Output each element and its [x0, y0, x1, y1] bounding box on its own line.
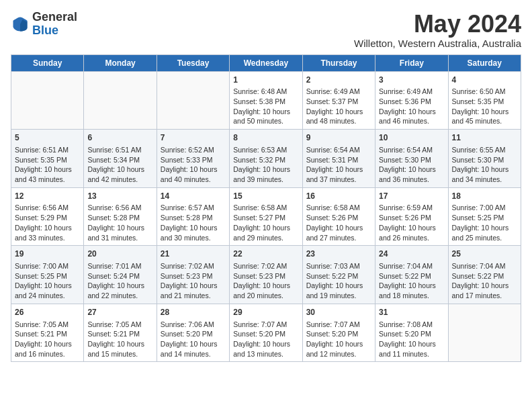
calendar-week-3: 12Sunrise: 6:56 AM Sunset: 5:29 PM Dayli… — [11, 187, 521, 246]
weekday-header-thursday: Thursday — [302, 54, 375, 71]
calendar-cell: 23Sunrise: 7:03 AM Sunset: 5:22 PM Dayli… — [302, 246, 375, 304]
day-number: 16 — [306, 191, 371, 202]
calendar-header: SundayMondayTuesdayWednesdayThursdayFrid… — [11, 54, 521, 71]
day-number: 22 — [233, 248, 298, 260]
day-number: 15 — [233, 191, 298, 202]
logo-icon — [11, 15, 30, 34]
day-number: 29 — [233, 307, 298, 318]
day-info: Sunrise: 7:00 AM Sunset: 5:25 PM Dayligh… — [452, 203, 517, 242]
day-info: Sunrise: 7:02 AM Sunset: 5:23 PM Dayligh… — [161, 261, 226, 301]
day-number: 1 — [233, 75, 298, 86]
calendar-cell: 22Sunrise: 7:02 AM Sunset: 5:23 PM Dayli… — [230, 246, 302, 304]
calendar-cell: 30Sunrise: 7:07 AM Sunset: 5:20 PM Dayli… — [302, 304, 375, 362]
day-info: Sunrise: 6:56 AM Sunset: 5:28 PM Dayligh… — [87, 203, 152, 242]
calendar-cell: 6Sunrise: 6:51 AM Sunset: 5:34 PM Daylig… — [84, 130, 157, 188]
day-number: 4 — [452, 75, 517, 86]
day-info: Sunrise: 7:04 AM Sunset: 5:22 PM Dayligh… — [452, 261, 517, 301]
day-number: 13 — [87, 191, 152, 202]
calendar-cell: 16Sunrise: 6:58 AM Sunset: 5:26 PM Dayli… — [302, 187, 375, 246]
calendar-cell: 8Sunrise: 6:53 AM Sunset: 5:32 PM Daylig… — [230, 130, 302, 188]
calendar-body: 1Sunrise: 6:48 AM Sunset: 5:38 PM Daylig… — [11, 71, 521, 362]
title-area: May 2024 Willetton, Western Australia, A… — [354, 11, 521, 49]
day-number: 30 — [306, 307, 371, 318]
calendar-cell: 24Sunrise: 7:04 AM Sunset: 5:22 PM Dayli… — [375, 246, 448, 304]
calendar-cell: 3Sunrise: 6:49 AM Sunset: 5:36 PM Daylig… — [375, 71, 448, 130]
day-info: Sunrise: 7:07 AM Sunset: 5:20 PM Dayligh… — [306, 320, 371, 359]
calendar-week-4: 19Sunrise: 7:00 AM Sunset: 5:25 PM Dayli… — [11, 246, 521, 304]
calendar-cell: 2Sunrise: 6:49 AM Sunset: 5:37 PM Daylig… — [302, 71, 375, 130]
calendar-cell: 10Sunrise: 6:54 AM Sunset: 5:30 PM Dayli… — [375, 130, 448, 188]
day-info: Sunrise: 6:49 AM Sunset: 5:37 PM Dayligh… — [306, 87, 371, 126]
calendar-cell — [448, 304, 521, 362]
day-info: Sunrise: 6:58 AM Sunset: 5:26 PM Dayligh… — [306, 203, 371, 242]
day-info: Sunrise: 6:51 AM Sunset: 5:35 PM Dayligh… — [15, 145, 80, 185]
day-number: 28 — [161, 307, 226, 318]
calendar-cell: 7Sunrise: 6:52 AM Sunset: 5:33 PM Daylig… — [157, 130, 229, 188]
month-title: May 2024 — [354, 11, 521, 38]
calendar-cell: 19Sunrise: 7:00 AM Sunset: 5:25 PM Dayli… — [11, 246, 84, 304]
calendar-week-1: 1Sunrise: 6:48 AM Sunset: 5:38 PM Daylig… — [11, 71, 521, 130]
weekday-header-wednesday: Wednesday — [230, 54, 302, 71]
day-number: 19 — [15, 248, 80, 260]
calendar-cell: 13Sunrise: 6:56 AM Sunset: 5:28 PM Dayli… — [84, 187, 157, 246]
day-number: 20 — [87, 248, 152, 260]
day-info: Sunrise: 7:08 AM Sunset: 5:20 PM Dayligh… — [379, 320, 444, 359]
logo-blue-text: Blue — [32, 24, 58, 37]
day-number: 11 — [452, 132, 517, 144]
day-number: 5 — [15, 132, 80, 144]
day-number: 17 — [379, 191, 444, 202]
day-info: Sunrise: 7:01 AM Sunset: 5:24 PM Dayligh… — [87, 261, 152, 301]
calendar-cell: 27Sunrise: 7:05 AM Sunset: 5:21 PM Dayli… — [84, 304, 157, 362]
calendar-cell — [11, 71, 84, 130]
day-number: 23 — [306, 248, 371, 260]
day-info: Sunrise: 6:51 AM Sunset: 5:34 PM Dayligh… — [87, 145, 152, 185]
calendar-cell: 11Sunrise: 6:55 AM Sunset: 5:30 PM Dayli… — [448, 130, 521, 188]
calendar-cell: 20Sunrise: 7:01 AM Sunset: 5:24 PM Dayli… — [84, 246, 157, 304]
day-number: 8 — [233, 132, 298, 144]
calendar-cell: 9Sunrise: 6:54 AM Sunset: 5:31 PM Daylig… — [302, 130, 375, 188]
day-number: 21 — [161, 248, 226, 260]
day-number: 7 — [161, 132, 226, 144]
day-info: Sunrise: 6:55 AM Sunset: 5:30 PM Dayligh… — [452, 145, 517, 185]
calendar-cell: 28Sunrise: 7:06 AM Sunset: 5:20 PM Dayli… — [157, 304, 229, 362]
day-info: Sunrise: 6:53 AM Sunset: 5:32 PM Dayligh… — [233, 145, 298, 185]
day-info: Sunrise: 7:05 AM Sunset: 5:21 PM Dayligh… — [15, 320, 80, 359]
calendar-cell: 17Sunrise: 6:59 AM Sunset: 5:26 PM Dayli… — [375, 187, 448, 246]
day-number: 26 — [15, 307, 80, 318]
day-info: Sunrise: 6:50 AM Sunset: 5:35 PM Dayligh… — [452, 87, 517, 126]
day-info: Sunrise: 7:06 AM Sunset: 5:20 PM Dayligh… — [161, 320, 226, 359]
weekday-header-tuesday: Tuesday — [157, 54, 229, 71]
day-number: 12 — [15, 191, 80, 202]
calendar-cell: 5Sunrise: 6:51 AM Sunset: 5:35 PM Daylig… — [11, 130, 84, 188]
day-info: Sunrise: 6:54 AM Sunset: 5:30 PM Dayligh… — [379, 145, 444, 185]
weekday-header-friday: Friday — [375, 54, 448, 71]
day-number: 14 — [161, 191, 226, 202]
calendar-week-2: 5Sunrise: 6:51 AM Sunset: 5:35 PM Daylig… — [11, 130, 521, 188]
calendar-cell — [84, 71, 157, 130]
calendar-cell: 14Sunrise: 6:57 AM Sunset: 5:28 PM Dayli… — [157, 187, 229, 246]
calendar-table: SundayMondayTuesdayWednesdayThursdayFrid… — [11, 54, 521, 363]
calendar-cell: 4Sunrise: 6:50 AM Sunset: 5:35 PM Daylig… — [448, 71, 521, 130]
day-info: Sunrise: 6:57 AM Sunset: 5:28 PM Dayligh… — [161, 203, 226, 242]
weekday-header-sunday: Sunday — [11, 54, 84, 71]
day-info: Sunrise: 7:02 AM Sunset: 5:23 PM Dayligh… — [233, 261, 298, 301]
calendar-cell: 1Sunrise: 6:48 AM Sunset: 5:38 PM Daylig… — [230, 71, 302, 130]
calendar-cell: 12Sunrise: 6:56 AM Sunset: 5:29 PM Dayli… — [11, 187, 84, 246]
day-info: Sunrise: 7:07 AM Sunset: 5:20 PM Dayligh… — [233, 320, 298, 359]
day-info: Sunrise: 6:56 AM Sunset: 5:29 PM Dayligh… — [15, 203, 80, 242]
logo: General Blue — [11, 11, 77, 38]
logo-general-text: General — [32, 10, 77, 24]
calendar-week-5: 26Sunrise: 7:05 AM Sunset: 5:21 PM Dayli… — [11, 304, 521, 362]
calendar-cell: 25Sunrise: 7:04 AM Sunset: 5:22 PM Dayli… — [448, 246, 521, 304]
day-info: Sunrise: 6:54 AM Sunset: 5:31 PM Dayligh… — [306, 145, 371, 185]
day-info: Sunrise: 7:05 AM Sunset: 5:21 PM Dayligh… — [87, 320, 152, 359]
day-info: Sunrise: 6:58 AM Sunset: 5:27 PM Dayligh… — [233, 203, 298, 242]
day-number: 9 — [306, 132, 371, 144]
calendar-cell: 26Sunrise: 7:05 AM Sunset: 5:21 PM Dayli… — [11, 304, 84, 362]
day-number: 10 — [379, 132, 444, 144]
day-number: 25 — [452, 248, 517, 260]
day-number: 3 — [379, 75, 444, 86]
day-info: Sunrise: 6:49 AM Sunset: 5:36 PM Dayligh… — [379, 87, 444, 126]
day-number: 27 — [87, 307, 152, 318]
day-number: 2 — [306, 75, 371, 86]
